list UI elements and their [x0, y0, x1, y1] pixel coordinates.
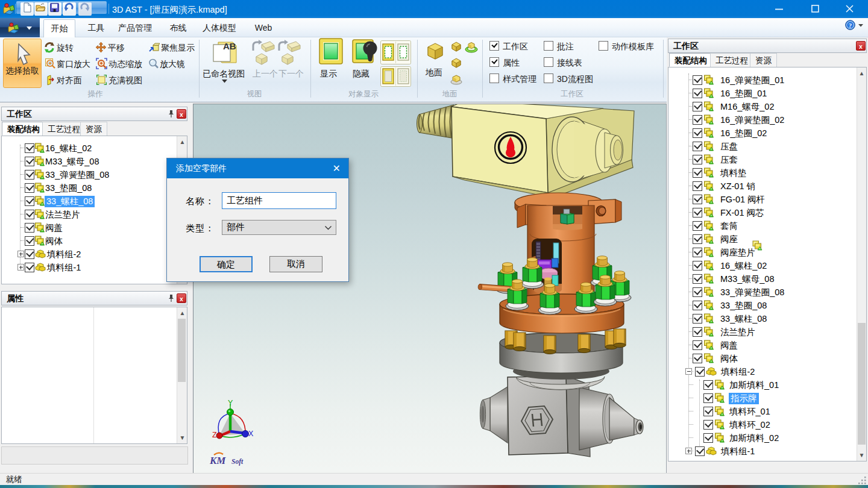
- svg-text:Z: Z: [212, 431, 217, 439]
- svg-text:KM: KM: [209, 455, 226, 466]
- svg-text:Y: Y: [228, 399, 233, 407]
- svg-text:AB: AB: [223, 41, 236, 51]
- svg-text:Soft: Soft: [231, 458, 244, 466]
- svg-text:?: ?: [849, 22, 852, 29]
- svg-text:X: X: [248, 430, 254, 438]
